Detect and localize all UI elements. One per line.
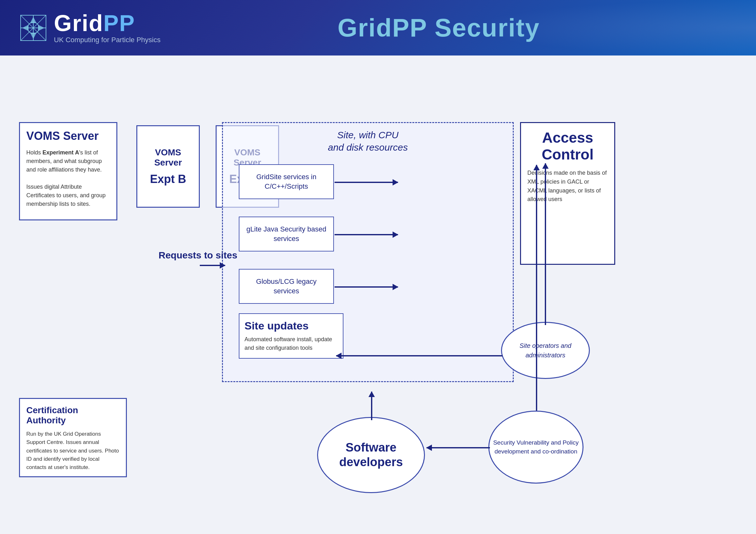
arrow-globus-ac (335, 286, 398, 288)
arrow-gridsite-ac (335, 182, 398, 183)
requests-label: Requests to sites (159, 249, 237, 261)
voms-server-a: VOMS Server Holds Experiment A's list of… (19, 122, 117, 220)
arrow-siteops-ac (545, 163, 546, 325)
site-operators-ellipse: Site operators and administrators (501, 322, 590, 379)
site-updates-body: Automated software install, update and s… (245, 335, 338, 352)
globus-service: Globus/LCG legacy services (239, 269, 334, 304)
site-container: Site, with CPUand disk resources GridSit… (222, 122, 514, 382)
ac-title: AccessControl (527, 129, 608, 163)
glite-service: gLite Java Security based services (239, 217, 334, 252)
gridsite-service: GridSite services in C/C++/Scripts (239, 164, 334, 199)
header: GridPP UK Computing for Particle Physics… (0, 0, 756, 56)
security-vuln-ellipse: Security Vulnerability and Policy develo… (488, 411, 583, 484)
arrow-requests-site (200, 265, 225, 266)
glite-label: gLite Java Security based services (243, 225, 330, 243)
svg-marker-7 (30, 33, 37, 39)
logo-subtitle: UK Computing for Particle Physics (54, 36, 160, 44)
gridpp-logo-icon (19, 13, 47, 42)
logo-area: GridPP UK Computing for Particle Physics (19, 12, 160, 44)
logo-text: GridPP UK Computing for Particle Physics (54, 12, 160, 44)
cert-auth-title: Certification Authority (26, 405, 120, 426)
site-updates: Site updates Automated software install,… (239, 313, 343, 359)
site-label: Site, with CPUand disk resources (312, 129, 423, 153)
page-title: GridPP Security (338, 13, 540, 42)
logo-gridpp: GridPP (54, 12, 160, 35)
globus-label: Globus/LCG legacy services (243, 277, 330, 296)
svg-marker-9 (38, 25, 44, 31)
gridsite-label: GridSite services in C/C++/Scripts (243, 172, 330, 191)
svg-marker-6 (30, 17, 37, 23)
site-updates-title: Site updates (245, 320, 338, 332)
voms-b-expt: Expt B (150, 173, 186, 186)
voms-b-title: VOMSServer (154, 147, 182, 168)
arrow-secvuln-swdevs (426, 447, 490, 448)
software-devs-ellipse: Software developers (317, 417, 425, 493)
software-devs-label: Software developers (318, 441, 424, 469)
cert-auth-body: Run by the UK Grid Operations Support Ce… (26, 430, 120, 472)
ac-body: Decisions made on the basis of XML polic… (527, 169, 608, 204)
arrow-swdevs-siteupdates (371, 392, 372, 420)
voms-a-body: Holds Experiment A's list of members, an… (26, 148, 110, 208)
arrow-updates-siteops (336, 355, 502, 357)
arrow-secvuln-ac (536, 165, 537, 411)
arrow-glite-ac (335, 234, 398, 235)
svg-marker-8 (22, 25, 29, 31)
certification-authority: Certification Authority Run by the UK Gr… (19, 398, 127, 477)
access-control: AccessControl Decisions made on the basi… (520, 122, 615, 265)
main-content: VOMS Server Holds Experiment A's list of… (0, 56, 756, 534)
security-vuln-label: Security Vulnerability and Policy develo… (489, 438, 582, 456)
voms-server-b: VOMSServer Expt B (136, 125, 200, 208)
site-operators-label: Site operators and administrators (502, 341, 589, 360)
voms-a-title: VOMS Server (26, 129, 110, 143)
